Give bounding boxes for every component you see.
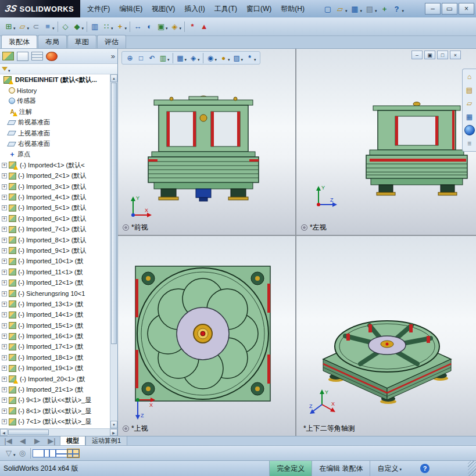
tree-item[interactable]: +(-) 7<1> (默认<<默认>_显 [0,417,110,427]
configuration-manager-icon[interactable] [31,52,43,60]
print-icon[interactable]: ▤ [364,3,375,15]
tree-item[interactable]: +(-) Imported<1> (默认< [0,160,110,170]
dropdown-caret-icon[interactable]: ▾ [198,58,200,62]
expand-icon[interactable]: + [2,366,7,371]
move-component-icon[interactable]: ↔ [132,21,144,33]
document-tab[interactable]: 运动算例1 [85,436,127,445]
tree-item[interactable]: +(-) Imported_15<1> (默 [0,320,110,331]
single-view-icon[interactable] [33,449,44,457]
tree-item[interactable]: +(-) Imported_16<1> (默 [0,331,110,341]
dropdown-caret-icon[interactable]: ▾ [402,9,405,13]
dropdown-caret-icon[interactable]: ▾ [215,58,217,62]
new-document-icon[interactable]: ▢ [322,3,334,15]
tree-item[interactable]: +(-) Imported_7<1> (默认 [0,224,110,234]
expand-icon[interactable]: + [2,280,7,285]
window-close-icon[interactable]: × [450,51,461,59]
dropdown-caret-icon[interactable]: ▾ [228,58,230,62]
expand-icon[interactable]: + [2,409,7,414]
insert-components-icon[interactable]: ⊞ [3,21,15,33]
menu-item[interactable]: 插入(I) [180,2,209,16]
tree-item[interactable]: +(-) Imported_3<1> (默认 [0,181,110,192]
assembly-features-icon[interactable]: ▣ [155,21,167,33]
window-minimize-icon[interactable]: – [411,51,423,59]
tree-item[interactable]: 传感器 [0,96,110,106]
expand-icon[interactable]: + [2,270,7,275]
open-document-icon[interactable]: ▱ [17,21,28,33]
tree-item[interactable]: +(-) Imported_6<1> (默认 [0,213,110,224]
tree-item[interactable]: +(-) Imported_8<1> (默认 [0,235,110,245]
expand-icon[interactable]: + [2,238,7,243]
tree-item[interactable]: A注解 [0,106,110,117]
menu-item[interactable]: 文件(F) [83,2,114,16]
expand-icon[interactable]: + [2,344,7,349]
custom-properties-icon[interactable]: ≡ [464,138,475,149]
smart-fasteners-icon[interactable]: + [114,21,126,33]
tree-item[interactable]: +(-) Imported_9<1> (默认 [0,245,110,256]
save-icon[interactable]: ▦ [349,3,361,15]
dropdown-caret-icon[interactable]: ▾ [27,26,30,31]
tree-filter-input[interactable] [13,65,116,73]
dropdown-caret-icon[interactable]: ▾ [241,58,244,62]
tree-item[interactable]: +(-) Imported_12<1> (默 [0,277,110,288]
ribbon-tab[interactable]: 评估 [97,35,126,48]
viewport-left[interactable]: Y Z *左视 [296,49,476,235]
scroll-down-icon[interactable]: ▼ [110,421,117,428]
dropdown-caret-icon[interactable]: ▾ [82,26,84,31]
expand-icon[interactable]: + [2,334,7,339]
left-view-model[interactable] [362,99,472,206]
component-pattern-icon[interactable]: ∷ [101,21,112,33]
tree-item[interactable]: +(-) Imported_18<1> (默 [0,352,110,363]
two-view-vertical-icon[interactable] [56,449,67,457]
tree-item[interactable]: +(-) 8<1> (默认<<默认>_显 [0,406,110,416]
expand-icon[interactable]: + [2,205,7,210]
expand-icon[interactable]: + [2,387,7,392]
feature-manager-design-tree-icon[interactable] [2,52,14,60]
expand-icon[interactable]: + [2,184,7,189]
task-pane-home-icon[interactable]: ⌂ [464,71,475,82]
tree-item[interactable]: +(-) 9<1> (默认<<默认>_显 [0,395,110,406]
tree-item[interactable]: DREHEINHEIT (默认<默认... [0,74,110,85]
expand-icon[interactable]: + [2,163,7,168]
appearances-scenes-icon[interactable] [464,125,475,135]
tree-item[interactable]: +(-) Imported_10<1> (默 [0,256,110,267]
menu-item[interactable]: 帮助(H) [276,2,309,16]
file-explorer-icon[interactable]: ▱ [464,98,475,109]
tree-item[interactable]: +(-) Sicherungsring 10<1 [0,288,110,299]
tree-item[interactable]: History [0,85,110,95]
view-palette-icon[interactable]: ▦ [464,112,475,122]
tree-item[interactable]: +(-) Imported_14<1> (默 [0,310,110,320]
expand-icon[interactable]: + [2,216,7,221]
ribbon-tab[interactable]: 布局 [38,35,67,48]
dropdown-caret-icon[interactable]: ▾ [111,26,113,31]
menu-item[interactable]: 窗口(W) [242,2,276,16]
two-view-horizontal-icon[interactable] [44,449,56,457]
smart-mates-icon[interactable]: ◆ [71,21,83,33]
display-manager-icon[interactable] [46,52,58,61]
dropdown-caret-icon[interactable]: ▾ [125,26,127,31]
expand-icon[interactable]: + [2,312,7,317]
scroll-thumb[interactable] [8,430,49,435]
design-library-icon[interactable]: ▤ [464,85,475,95]
expand-icon[interactable]: + [2,291,7,296]
expand-icon[interactable]: + [2,227,7,232]
ribbon-tab[interactable]: 装配体 [1,35,37,48]
help-icon[interactable]: ? [420,464,430,473]
dropdown-caret-icon[interactable]: ▾ [180,26,182,31]
expand-icon[interactable]: + [2,173,7,178]
four-view-icon[interactable] [67,449,79,457]
viewport-front[interactable]: Y X *前视 [118,49,295,235]
filter-caret-icon[interactable]: ▾ [8,69,10,73]
panel-overflow-chevron-icon[interactable]: » [111,52,115,60]
dropdown-caret-icon[interactable]: ▾ [345,9,348,13]
zoom-fit-icon[interactable]: ⊕ [124,52,135,63]
help-icon[interactable]: ? [391,3,403,15]
tree-item[interactable]: 前视基准面 [0,117,110,128]
tree-item[interactable]: +原点 [0,149,110,160]
reference-geometry-icon[interactable]: ◈ [169,21,181,33]
viewport-isometric[interactable]: Y X Z *上下二等角轴测 [296,236,476,436]
previous-view-icon[interactable]: ↶ [146,52,158,63]
expand-icon[interactable]: + [2,248,7,253]
quick-filter-icon[interactable]: ◎ [17,448,28,459]
tree-item[interactable]: +(-) Imported_11<1> (默 [0,267,110,277]
expand-icon[interactable]: + [2,355,7,360]
